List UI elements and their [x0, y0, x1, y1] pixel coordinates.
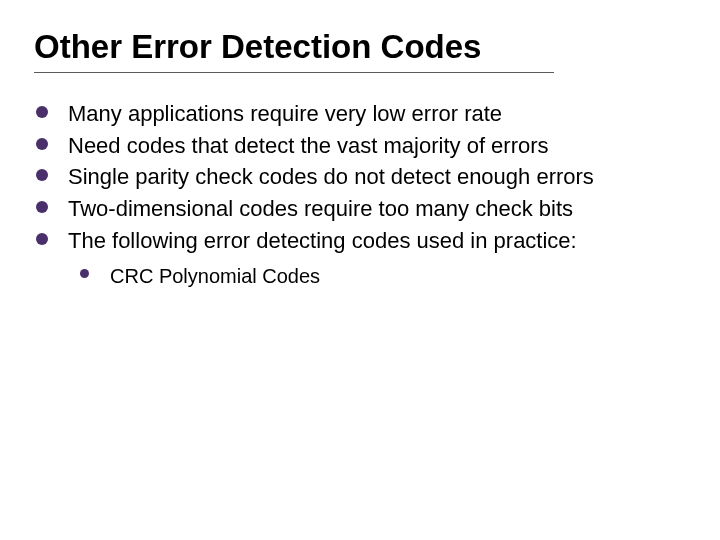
list-item-text: The following error detecting codes used… [68, 228, 577, 253]
list-item: Many applications require very low error… [36, 99, 686, 129]
list-item: Two-dimensional codes require too many c… [36, 194, 686, 224]
sub-list-item: CRC Polynomial Codes [80, 263, 686, 290]
bullet-icon [36, 138, 48, 150]
list-item-text: Many applications require very low error… [68, 101, 502, 126]
bullet-icon [36, 233, 48, 245]
slide: Other Error Detection Codes Many applica… [0, 0, 720, 290]
sub-bullet-list: CRC Polynomial Codes [68, 263, 686, 290]
bullet-icon [36, 106, 48, 118]
sub-list-item-text: CRC Polynomial Codes [110, 265, 320, 287]
bullet-list: Many applications require very low error… [34, 99, 686, 290]
bullet-icon [36, 169, 48, 181]
bullet-icon [80, 269, 89, 278]
list-item-text: Need codes that detect the vast majority… [68, 133, 549, 158]
list-item-text: Two-dimensional codes require too many c… [68, 196, 573, 221]
bullet-icon [36, 201, 48, 213]
list-item: Need codes that detect the vast majority… [36, 131, 686, 161]
list-item: Single parity check codes do not detect … [36, 162, 686, 192]
slide-title: Other Error Detection Codes [34, 28, 554, 73]
list-item-text: Single parity check codes do not detect … [68, 164, 594, 189]
list-item: The following error detecting codes used… [36, 226, 686, 291]
